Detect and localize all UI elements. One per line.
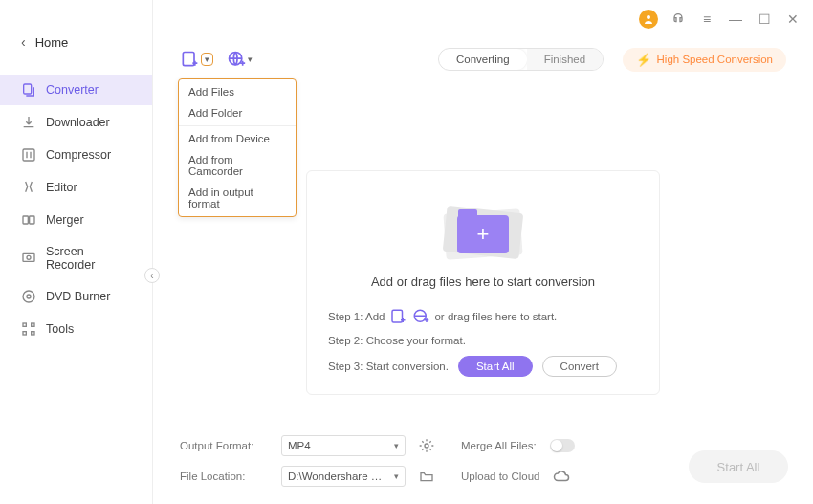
start-all-pill[interactable]: Start All bbox=[458, 356, 533, 377]
sidebar-item-downloader[interactable]: Downloader bbox=[0, 107, 152, 138]
dd-add-output[interactable]: Add in output format bbox=[179, 182, 296, 214]
maximize-button[interactable]: ☐ bbox=[756, 11, 773, 28]
sidebar-item-compressor[interactable]: Compressor bbox=[0, 140, 152, 170]
settings-gear-icon[interactable] bbox=[419, 438, 434, 453]
user-avatar[interactable] bbox=[639, 10, 658, 29]
dropzone[interactable]: + Add or drag files here to start conver… bbox=[306, 170, 660, 395]
output-format-select[interactable]: MP4 ▾ bbox=[281, 435, 406, 456]
main-area: ≡ — ☐ ✕ ▾ ▾ Converting Finished bbox=[153, 0, 813, 504]
compress-icon bbox=[21, 147, 36, 163]
svg-rect-2 bbox=[23, 216, 28, 224]
sidebar-item-label: Editor bbox=[46, 181, 77, 194]
output-format-value: MP4 bbox=[288, 440, 311, 451]
recorder-icon bbox=[21, 251, 36, 266]
tab-finished[interactable]: Finished bbox=[527, 49, 603, 70]
svg-rect-15 bbox=[392, 310, 403, 322]
merge-toggle[interactable] bbox=[550, 439, 575, 452]
output-format-label: Output Format: bbox=[180, 440, 268, 451]
sidebar-item-dvd-burner[interactable]: DVD Burner bbox=[0, 281, 152, 312]
svg-rect-9 bbox=[32, 323, 34, 326]
tab-converting[interactable]: Converting bbox=[439, 49, 527, 70]
converter-icon bbox=[21, 82, 36, 98]
sidebar-item-label: Converter bbox=[46, 83, 99, 97]
svg-point-7 bbox=[27, 295, 31, 298]
sidebar-item-label: Screen Recorder bbox=[46, 245, 131, 272]
dvd-icon bbox=[21, 289, 36, 304]
high-speed-label: High Speed Conversion bbox=[657, 54, 773, 65]
dd-add-files[interactable]: Add Files bbox=[179, 81, 296, 102]
chevron-down-icon: ▾ bbox=[394, 441, 399, 450]
step-2: Step 2: Choose your format. bbox=[328, 335, 638, 346]
dd-add-camcorder[interactable]: Add from Camcorder bbox=[179, 149, 296, 182]
start-all-button[interactable]: Start All bbox=[689, 450, 788, 483]
svg-rect-4 bbox=[23, 253, 34, 261]
sidebar-item-label: Merger bbox=[46, 213, 84, 227]
step1-post: or drag files here to start. bbox=[434, 311, 557, 322]
sidebar-item-label: Tools bbox=[46, 322, 74, 336]
convert-pill[interactable]: Convert bbox=[542, 356, 617, 377]
download-icon bbox=[21, 115, 36, 130]
status-tabs: Converting Finished bbox=[438, 48, 604, 71]
step-3: Step 3: Start conversion. Start All Conv… bbox=[328, 356, 638, 377]
svg-rect-11 bbox=[32, 332, 34, 335]
toolbar: ▾ ▾ Converting Finished ⚡ High Speed Con… bbox=[180, 44, 786, 75]
sidebar-item-converter[interactable]: Converter bbox=[0, 75, 152, 105]
dropzone-title: Add or drag files here to start conversi… bbox=[371, 274, 595, 289]
open-folder-icon[interactable] bbox=[419, 469, 434, 484]
dd-add-device[interactable]: Add from Device bbox=[179, 128, 296, 149]
add-file-icon bbox=[389, 308, 406, 325]
high-speed-badge[interactable]: ⚡ High Speed Conversion bbox=[623, 48, 786, 72]
bolt-icon: ⚡ bbox=[636, 53, 651, 67]
close-button[interactable]: ✕ bbox=[784, 11, 802, 28]
sidebar-item-merger[interactable]: Merger bbox=[0, 205, 152, 235]
file-location-value: D:\Wondershare UniConverter 1 bbox=[288, 471, 387, 482]
cloud-icon[interactable] bbox=[553, 468, 570, 485]
sidebar-item-editor[interactable]: Editor bbox=[0, 172, 152, 203]
merger-icon bbox=[21, 212, 36, 228]
svg-point-5 bbox=[27, 255, 31, 259]
step3-label: Step 3: Start conversion. bbox=[328, 361, 449, 372]
sidebar-item-label: DVD Burner bbox=[46, 290, 110, 303]
chevron-down-icon: ▾ bbox=[248, 55, 253, 64]
svg-rect-10 bbox=[23, 332, 26, 335]
nav-home[interactable]: ‹ Home bbox=[0, 27, 152, 57]
svg-rect-8 bbox=[23, 323, 26, 326]
svg-rect-1 bbox=[23, 149, 34, 161]
folder-plus-illustration: + bbox=[435, 194, 531, 261]
titlebar: ≡ — ☐ ✕ bbox=[153, 0, 813, 38]
svg-rect-13 bbox=[183, 53, 194, 66]
svg-rect-0 bbox=[24, 84, 32, 94]
sidebar-item-screen-recorder[interactable]: Screen Recorder bbox=[0, 237, 152, 279]
minimize-button[interactable]: — bbox=[727, 11, 744, 28]
tools-icon bbox=[21, 321, 36, 337]
sidebar: ‹ Home Converter Downloader Compressor E… bbox=[0, 0, 153, 504]
svg-point-17 bbox=[425, 444, 428, 448]
add-file-dropdown-toggle[interactable]: ▾ bbox=[201, 53, 213, 66]
add-file-icon-button[interactable]: ▾ bbox=[180, 50, 213, 69]
svg-rect-3 bbox=[30, 216, 34, 224]
sidebar-item-tools[interactable]: Tools bbox=[0, 314, 152, 344]
file-location-label: File Location: bbox=[180, 471, 268, 482]
chevron-left-icon: ‹ bbox=[21, 34, 26, 50]
add-url-icon-button[interactable]: ▾ bbox=[227, 50, 253, 69]
menu-icon[interactable]: ≡ bbox=[698, 11, 715, 28]
add-dropdown-menu: Add Files Add Folder Add from Device Add… bbox=[178, 78, 297, 217]
sidebar-item-label: Compressor bbox=[46, 148, 111, 162]
merge-label: Merge All Files: bbox=[461, 440, 537, 451]
sidebar-item-label: Downloader bbox=[46, 116, 110, 129]
svg-point-6 bbox=[23, 291, 34, 302]
support-icon[interactable] bbox=[670, 11, 687, 28]
step1-pre: Step 1: Add bbox=[328, 311, 385, 322]
svg-point-12 bbox=[647, 15, 650, 19]
step-1: Step 1: Add or drag files here to start. bbox=[328, 308, 638, 325]
file-location-select[interactable]: D:\Wondershare UniConverter 1 ▾ bbox=[281, 466, 406, 487]
dd-add-folder[interactable]: Add Folder bbox=[179, 102, 296, 123]
chevron-down-icon: ▾ bbox=[205, 55, 209, 64]
add-url-icon bbox=[412, 308, 429, 325]
nav-home-label: Home bbox=[35, 35, 69, 50]
upload-cloud-label: Upload to Cloud bbox=[461, 471, 539, 482]
chevron-down-icon: ▾ bbox=[394, 471, 399, 481]
editor-icon bbox=[21, 180, 36, 195]
